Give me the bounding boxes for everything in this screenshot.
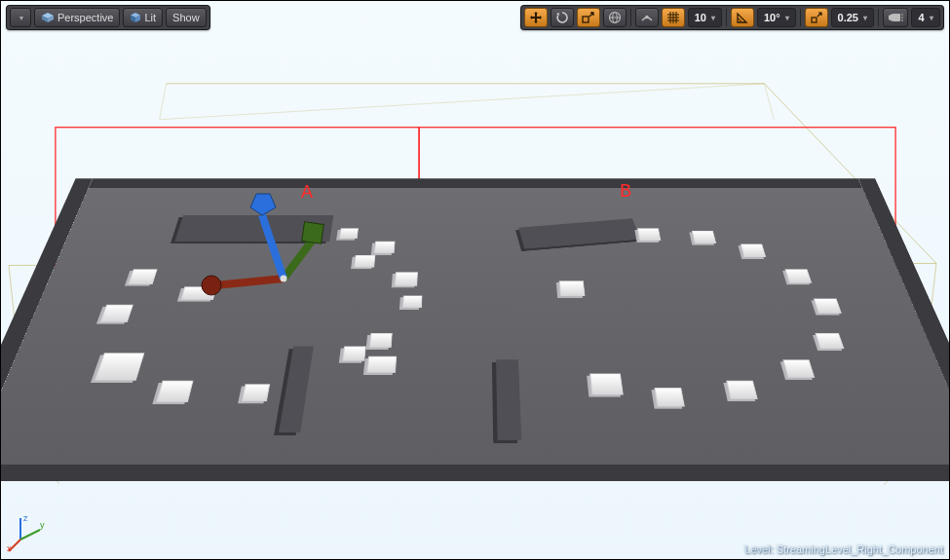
level-status: Level: StreamingLevel_Right_Component	[744, 543, 943, 555]
scatter-cube	[342, 347, 366, 361]
scatter-cube	[691, 231, 716, 243]
scatter-cube	[558, 280, 585, 296]
scatter-cube	[815, 333, 844, 349]
lit-cube-icon	[130, 12, 141, 23]
camera-speed-icon	[888, 12, 903, 23]
angle-snap-value-text: 10°	[764, 12, 780, 23]
scatter-cube	[813, 299, 841, 314]
svg-rect-26	[812, 18, 817, 22]
wall-east	[857, 178, 950, 481]
viewport-options-menu[interactable]	[10, 8, 31, 27]
scatter-cube	[373, 242, 395, 253]
rotate-icon	[555, 11, 569, 24]
grid-snap-value[interactable]: 10	[688, 8, 722, 27]
perspective-label: Perspective	[57, 12, 113, 23]
scatter-cube	[354, 255, 375, 268]
rotate-mode-button[interactable]	[551, 8, 574, 27]
level-floor	[0, 188, 950, 465]
viewport-toolbar-right: 10 10° 0.25 4	[520, 5, 944, 30]
axis-gizmo: z y x	[7, 512, 48, 553]
angle-icon	[736, 11, 749, 24]
angle-snap-toggle[interactable]	[731, 8, 754, 27]
viewport-toolbar-left: Perspective Lit Show	[6, 5, 210, 30]
surface-snap-button[interactable]	[635, 8, 659, 27]
svg-marker-28	[889, 14, 893, 21]
block	[174, 215, 333, 242]
scatter-cube	[94, 353, 144, 380]
wall-west	[0, 178, 93, 481]
region-label-a: A	[301, 181, 313, 204]
scatter-cube	[654, 388, 685, 407]
status-level-name: StreamingLevel_Right_Component	[777, 543, 943, 555]
wall-north	[88, 178, 861, 188]
axis-y-label: y	[40, 520, 45, 530]
camera-speed-value[interactable]: 4	[911, 8, 940, 27]
svg-rect-21	[583, 17, 589, 22]
axis-z-label: z	[23, 513, 28, 523]
block	[278, 347, 313, 433]
camera-speed-button[interactable]	[883, 8, 908, 27]
scatter-cube	[636, 228, 661, 241]
scatter-cube	[366, 356, 397, 373]
scatter-cube	[394, 272, 417, 285]
scatter-cube	[180, 286, 216, 300]
svg-line-30	[20, 530, 40, 540]
block	[496, 359, 521, 440]
scatter-cube	[99, 305, 133, 322]
globe-icon	[608, 11, 622, 24]
translate-icon	[529, 11, 543, 24]
angle-snap-value[interactable]: 10°	[757, 8, 796, 27]
cube-icon	[41, 12, 55, 23]
world-local-toggle[interactable]	[603, 8, 627, 27]
scale-snap-icon	[810, 11, 823, 24]
status-prefix: Level:	[744, 543, 773, 555]
grid-icon	[666, 11, 680, 24]
surface-snap-icon	[640, 11, 654, 24]
show-label: Show	[172, 12, 200, 23]
scatter-cube	[782, 359, 815, 378]
scale-snap-toggle[interactable]	[805, 8, 828, 27]
svg-marker-20	[556, 13, 559, 17]
scatter-cube	[589, 374, 624, 395]
axis-x-label: x	[7, 543, 12, 553]
viewport-scene[interactable]: A B	[1, 1, 949, 559]
show-menu-button[interactable]: Show	[166, 8, 207, 27]
scatter-cube	[339, 228, 359, 239]
scatter-cube	[726, 381, 758, 399]
scatter-cube	[156, 381, 194, 402]
camera-speed-value-text: 4	[918, 12, 924, 23]
scatter-cube	[740, 244, 766, 258]
translate-mode-button[interactable]	[524, 8, 548, 27]
svg-point-25	[645, 16, 649, 19]
wall-south	[0, 465, 950, 481]
scale-mode-button[interactable]	[577, 8, 600, 27]
scale-snap-value[interactable]: 0.25	[831, 8, 874, 27]
viewmode-perspective-button[interactable]: Perspective	[34, 8, 120, 27]
scatter-cube	[402, 296, 423, 309]
scale-snap-value-text: 0.25	[838, 12, 858, 23]
grid-snap-toggle[interactable]	[662, 8, 685, 27]
svg-rect-27	[893, 14, 900, 21]
block	[518, 218, 641, 248]
editor-viewport[interactable]: A B Perspective	[1, 1, 949, 559]
grid-snap-value-text: 10	[695, 12, 706, 23]
scale-icon	[582, 11, 595, 24]
scatter-cube	[241, 385, 270, 402]
scatter-cube	[368, 333, 392, 348]
lit-label: Lit	[144, 12, 156, 23]
viewmode-lit-button[interactable]: Lit	[123, 8, 163, 27]
region-label-b: B	[620, 180, 631, 203]
scatter-cube	[784, 269, 812, 282]
scatter-cube	[128, 269, 157, 283]
